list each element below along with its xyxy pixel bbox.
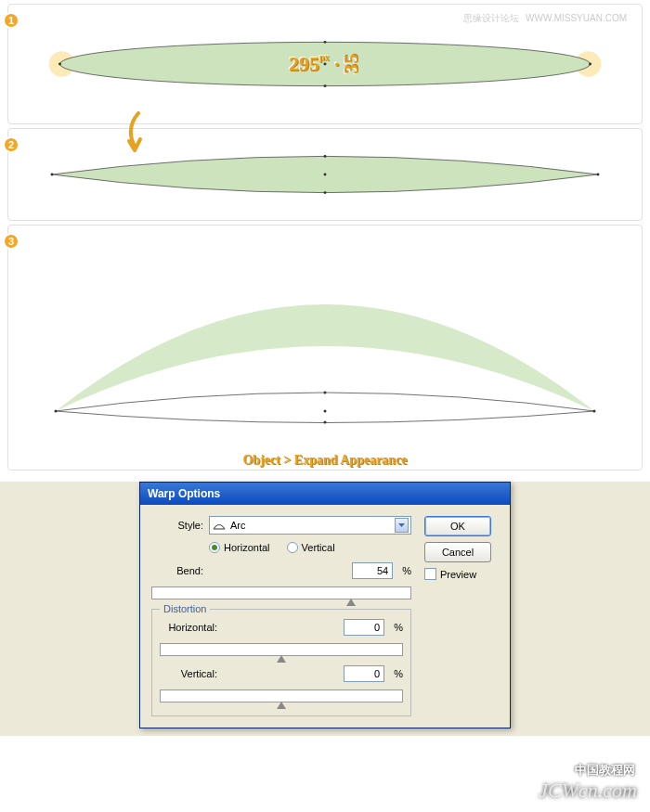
horizontal-radio-label: Horizontal — [224, 542, 270, 553]
percent-label: % — [394, 668, 403, 679]
svg-point-11 — [324, 191, 327, 194]
svg-point-5 — [324, 41, 327, 44]
percent-label: % — [402, 565, 411, 576]
svg-point-12 — [324, 174, 327, 176]
distort-h-slider[interactable] — [160, 643, 403, 656]
svg-point-6 — [324, 84, 327, 87]
header-credits: 思缘设计论坛 WWW.MISSYUAN.COM — [460, 12, 627, 25]
step-1-panel: 1 思缘设计论坛 WWW.MISSYUAN.COM 295px · 35 — [7, 4, 643, 124]
bend-label: Bend: — [151, 565, 203, 576]
chevron-down-icon[interactable] — [395, 518, 409, 533]
ok-button[interactable]: OK — [424, 516, 491, 536]
arc-style-icon — [212, 519, 227, 532]
bend-slider[interactable] — [151, 586, 411, 599]
checkbox-icon — [424, 568, 436, 580]
svg-point-9 — [597, 174, 600, 176]
distortion-legend: Distortion — [160, 603, 210, 614]
style-label: Style: — [151, 520, 203, 531]
step-1-badge: 1 — [3, 12, 20, 29]
dialog-titlebar[interactable]: Warp Options — [140, 483, 510, 505]
forum-name: 思缘设计论坛 — [463, 13, 519, 23]
distort-v-slider[interactable] — [160, 690, 403, 702]
svg-point-13 — [55, 410, 58, 413]
forum-url: WWW.MISSYUAN.COM — [526, 13, 627, 23]
horizontal-radio[interactable]: Horizontal — [209, 542, 270, 553]
svg-point-4 — [589, 63, 592, 66]
width-value: 295 — [289, 52, 319, 75]
step-2-panel: 2 — [7, 128, 643, 221]
svg-point-14 — [593, 410, 596, 413]
step-3-badge: 3 — [3, 233, 20, 250]
lens-shape — [8, 129, 642, 220]
distort-h-label: Horizontal: — [160, 622, 217, 633]
svg-point-3 — [58, 63, 61, 66]
preview-label: Preview — [440, 569, 476, 580]
svg-point-8 — [51, 174, 54, 176]
step-2-badge: 2 — [3, 136, 20, 153]
style-value: Arc — [230, 520, 246, 531]
step-3-panel: 3 Object > Expand Appearance — [7, 225, 643, 470]
svg-point-10 — [324, 155, 327, 158]
distort-v-label: Vertical: — [160, 668, 217, 679]
dialog-background: Warp Options Style: Arc Horizontal — [0, 482, 650, 736]
bend-input[interactable] — [352, 562, 393, 579]
svg-point-16 — [324, 421, 327, 424]
arrow-down-icon — [120, 111, 157, 158]
svg-point-17 — [324, 410, 327, 413]
svg-point-15 — [324, 392, 327, 394]
warp-options-dialog: Warp Options Style: Arc Horizontal — [139, 482, 511, 728]
style-dropdown[interactable]: Arc — [209, 516, 411, 535]
vertical-radio-label: Vertical — [302, 542, 335, 553]
px-unit: px — [319, 52, 330, 62]
height-value: 35 — [339, 54, 363, 74]
warped-arc-shape — [8, 226, 642, 444]
vertical-radio[interactable]: Vertical — [287, 542, 335, 553]
cancel-button[interactable]: Cancel — [424, 542, 491, 562]
distortion-fieldset: Distortion Horizontal: % Vertical: — [151, 609, 411, 716]
distort-v-input[interactable] — [344, 665, 384, 682]
expand-appearance-label: Object > Expand Appearance — [8, 453, 642, 468]
distort-h-input[interactable] — [344, 619, 384, 636]
dimension-annotation: 295px · 35 — [289, 52, 361, 76]
preview-checkbox[interactable]: Preview — [424, 568, 499, 580]
percent-label: % — [394, 622, 403, 633]
